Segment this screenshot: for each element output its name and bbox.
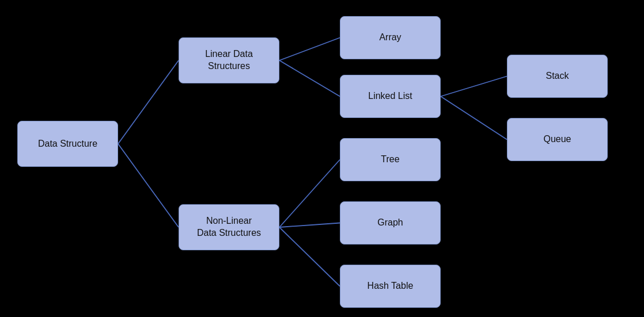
svg-line-4 bbox=[441, 77, 507, 97]
tree-label: Tree bbox=[381, 154, 399, 166]
svg-line-8 bbox=[279, 227, 340, 287]
hash-table-label: Hash Table bbox=[368, 280, 414, 292]
queue-label: Queue bbox=[543, 133, 571, 146]
svg-line-7 bbox=[279, 223, 340, 228]
linear-node: Linear Data Structures bbox=[179, 37, 279, 83]
svg-line-5 bbox=[441, 97, 507, 140]
data-structure-label: Data Structure bbox=[38, 138, 97, 150]
non-linear-node: Non-Linear Data Structures bbox=[179, 204, 279, 250]
non-linear-label: Non-Linear Data Structures bbox=[197, 215, 261, 239]
data-structure-node: Data Structure bbox=[17, 121, 118, 167]
linked-list-label: Linked List bbox=[368, 90, 412, 102]
svg-line-0 bbox=[118, 60, 179, 144]
svg-line-2 bbox=[279, 38, 340, 61]
stack-label: Stack bbox=[545, 70, 569, 82]
svg-line-1 bbox=[118, 144, 179, 227]
linked-list-node: Linked List bbox=[340, 75, 441, 118]
array-node: Array bbox=[340, 16, 441, 59]
hash-table-node: Hash Table bbox=[340, 265, 441, 308]
array-label: Array bbox=[379, 32, 401, 44]
linear-label: Linear Data Structures bbox=[205, 48, 253, 72]
queue-node: Queue bbox=[507, 118, 608, 161]
stack-node: Stack bbox=[507, 55, 608, 98]
svg-line-6 bbox=[279, 160, 340, 228]
graph-label: Graph bbox=[377, 217, 403, 229]
graph-node: Graph bbox=[340, 201, 441, 245]
tree-node: Tree bbox=[340, 138, 441, 181]
svg-line-3 bbox=[279, 60, 340, 97]
